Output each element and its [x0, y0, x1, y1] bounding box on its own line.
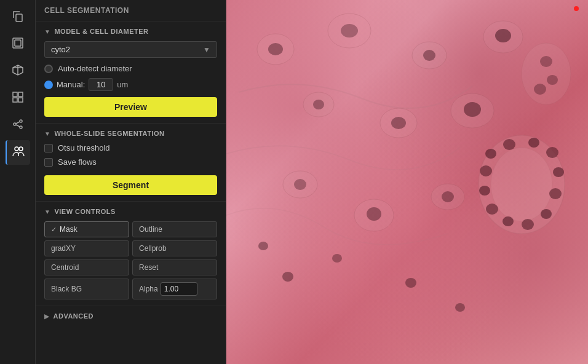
view-controls-section: ▼ VIEW CONTROLS ✓ Mask Outline gradXY Ce…: [36, 202, 226, 306]
svg-point-47: [553, 167, 564, 177]
auto-detect-label: Auto-detect diameter: [58, 64, 132, 73]
advanced-arrow-icon: ▶: [44, 313, 50, 320]
model-section-arrow: ▼: [44, 28, 50, 35]
auto-detect-row: Auto-detect diameter: [44, 64, 217, 73]
svg-point-20: [341, 24, 358, 38]
svg-point-12: [20, 126, 22, 129]
mask-control-btn[interactable]: ✓ Mask: [44, 221, 129, 237]
save-flows-checkbox[interactable]: [44, 158, 53, 167]
centroid-label: Centroid: [51, 263, 79, 272]
gradxy-control-btn[interactable]: gradXY: [44, 240, 129, 256]
svg-point-28: [534, 84, 546, 95]
blackbg-label: Black BG: [51, 285, 82, 293]
dropdown-arrow-icon: ▼: [203, 46, 210, 54]
svg-point-18: [268, 43, 283, 55]
nodes-icon: [12, 118, 24, 133]
gradxy-label: gradXY: [51, 244, 76, 253]
model-dropdown-value: cyto2: [51, 45, 70, 54]
svg-point-34: [464, 102, 481, 117]
view-controls-arrow: ▼: [44, 208, 50, 215]
svg-line-14: [16, 125, 20, 127]
svg-line-13: [16, 122, 20, 124]
svg-point-32: [391, 117, 406, 129]
whole-slide-section: ▼ WHOLE-SLIDE SEGMENTATION Otsu threshol…: [36, 124, 226, 202]
alpha-input[interactable]: [161, 282, 197, 296]
grid-icon: [12, 91, 24, 106]
blackbg-control-btn[interactable]: Black BG: [44, 279, 129, 299]
svg-point-16: [19, 147, 23, 151]
manual-radio[interactable]: [44, 81, 53, 89]
alpha-label: Alpha: [139, 285, 158, 293]
model-dropdown-row: cyto2 ▼: [44, 41, 217, 58]
mask-label: Mask: [60, 225, 77, 234]
panel-title: CELL SEGMENTATION: [44, 6, 129, 15]
svg-rect-0: [16, 14, 22, 22]
cellprob-label: Cellprob: [139, 244, 167, 253]
auto-detect-radio[interactable]: [44, 65, 53, 73]
svg-point-46: [546, 147, 558, 158]
svg-point-40: [442, 191, 454, 202]
side-panel: CELL SEGMENTATION ▼ MODEL & CELL DIAMETE…: [36, 0, 226, 364]
advanced-section: ▶ ADVANCED: [36, 306, 226, 326]
cell-overlay: [226, 0, 588, 364]
svg-point-59: [455, 303, 465, 312]
copy-icon-btn[interactable]: [6, 5, 30, 30]
view-controls-title: ▼ VIEW CONTROLS: [44, 208, 217, 215]
whole-slide-section-title: ▼ WHOLE-SLIDE SEGMENTATION: [44, 130, 217, 137]
svg-point-24: [495, 29, 511, 42]
people-icon-btn[interactable]: [6, 140, 30, 165]
icon-bar: [0, 0, 36, 364]
grid-icon-btn[interactable]: [6, 86, 30, 111]
svg-point-49: [541, 209, 552, 219]
controls-grid: ✓ Mask Outline gradXY Cellprob Centroid …: [44, 221, 217, 299]
svg-point-27: [547, 75, 558, 85]
advanced-label: ADVANCED: [54, 312, 94, 320]
svg-point-45: [528, 138, 539, 148]
cellprob-control-btn[interactable]: Cellprob: [132, 240, 217, 256]
otsu-threshold-checkbox[interactable]: [44, 144, 53, 152]
svg-point-10: [14, 123, 16, 125]
whole-slide-arrow: ▼: [44, 130, 50, 137]
model-section-title: ▼ MODEL & CELL DIAMETER: [44, 28, 217, 35]
red-dot-annotation: [574, 6, 579, 11]
svg-point-52: [486, 204, 498, 215]
frame-icon: [12, 37, 24, 52]
frame-icon-btn[interactable]: [6, 32, 30, 57]
svg-rect-6: [13, 92, 17, 97]
panel-header: CELL SEGMENTATION: [36, 0, 226, 22]
outline-label: Outline: [139, 225, 162, 234]
svg-point-38: [367, 207, 381, 221]
model-dropdown[interactable]: cyto2 ▼: [44, 41, 217, 58]
svg-point-26: [540, 56, 552, 67]
svg-point-56: [282, 272, 293, 282]
svg-point-43: [485, 149, 496, 159]
model-section: ▼ MODEL & CELL DIAMETER cyto2 ▼ Auto-det…: [36, 22, 226, 124]
save-flows-label: Save flows: [58, 157, 97, 167]
svg-point-53: [479, 186, 490, 196]
main-view: [226, 0, 588, 364]
alpha-control-btn: Alpha: [132, 279, 217, 299]
segment-button[interactable]: Segment: [44, 175, 217, 195]
manual-value-input[interactable]: [89, 78, 113, 91]
mask-check-icon: ✓: [51, 226, 57, 234]
manual-unit: um: [117, 80, 128, 89]
nodes-icon-btn[interactable]: [6, 113, 30, 138]
svg-point-50: [522, 219, 534, 230]
advanced-title[interactable]: ▶ ADVANCED: [44, 312, 217, 320]
cube-icon-btn[interactable]: [6, 59, 30, 84]
otsu-threshold-row: Otsu threshold: [44, 143, 217, 152]
svg-point-58: [405, 278, 416, 288]
svg-point-11: [20, 120, 22, 122]
centroid-control-btn[interactable]: Centroid: [44, 259, 129, 275]
reset-label: Reset: [139, 263, 158, 272]
svg-rect-7: [18, 92, 23, 97]
outline-control-btn[interactable]: Outline: [132, 221, 217, 237]
cube-icon: [12, 64, 24, 79]
svg-point-44: [503, 139, 515, 150]
reset-control-btn[interactable]: Reset: [132, 259, 217, 275]
svg-point-15: [15, 147, 18, 151]
preview-button[interactable]: Preview: [44, 97, 217, 117]
svg-point-55: [258, 242, 268, 250]
svg-point-22: [423, 50, 435, 61]
svg-rect-2: [15, 40, 21, 46]
